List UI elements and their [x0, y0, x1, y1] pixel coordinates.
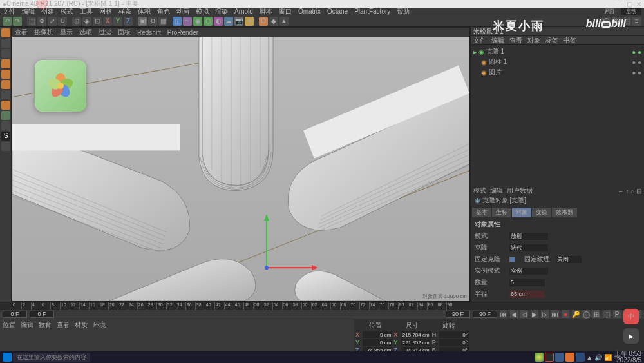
menu-edit[interactable]: 编辑: [22, 7, 35, 16]
generator-button[interactable]: ◉: [193, 17, 202, 26]
menu-spline[interactable]: 样条: [118, 7, 131, 16]
obj-menu-view[interactable]: 查看: [509, 36, 522, 45]
octane-button[interactable]: O: [259, 17, 268, 26]
tl-extra-4[interactable]: P: [613, 310, 621, 318]
menu-simulate[interactable]: 模拟: [196, 7, 209, 16]
record-button[interactable]: ●: [562, 310, 569, 318]
task-rec[interactable]: [545, 353, 554, 362]
menu-window[interactable]: 窗口: [279, 7, 292, 16]
play-back-button[interactable]: ◁: [520, 310, 528, 318]
light-button[interactable]: ☀: [245, 17, 254, 26]
deformer-button[interactable]: ◐: [214, 17, 223, 26]
rotate-tool[interactable]: ↻: [58, 17, 67, 26]
tool-2[interactable]: ◈: [82, 17, 91, 26]
view-menu-camera[interactable]: 摄像机: [34, 28, 53, 37]
task-ps[interactable]: [576, 353, 585, 362]
attr-nav-icon[interactable]: ← ↑ ⌂ ⊞: [618, 188, 641, 195]
object-name[interactable]: 克隆 1: [486, 47, 504, 56]
attr-menu-userdata[interactable]: 用户数据: [507, 186, 533, 195]
attr-input-clone[interactable]: [509, 244, 548, 251]
goto-end-button[interactable]: ⏭: [551, 310, 559, 318]
mat-menu-4[interactable]: 查看: [57, 320, 70, 329]
menu-plantfactory[interactable]: PlantFactory: [354, 8, 390, 15]
video-button[interactable]: ▶: [623, 328, 639, 344]
attr-input-mode[interactable]: [509, 233, 548, 240]
menu-tools[interactable]: 工具: [80, 7, 93, 16]
play-button[interactable]: ▶: [531, 310, 538, 318]
menu-script[interactable]: 脚本: [260, 7, 272, 16]
ime-button[interactable]: 中: [623, 309, 639, 324]
tl-extra-3[interactable]: ⬚: [603, 310, 611, 318]
point-mode[interactable]: [1, 59, 10, 68]
search-box[interactable]: 在这里输入你要搜索的内容: [13, 353, 90, 362]
xaxis-button[interactable]: X: [103, 17, 112, 26]
scale-tool[interactable]: ⤢: [48, 17, 57, 26]
menu-omatrix[interactable]: Omatrix: [298, 8, 321, 15]
mat-menu-3[interactable]: 数育: [39, 320, 52, 329]
tl-extra-1[interactable]: ◯: [582, 310, 590, 318]
tab-basic[interactable]: 基本: [472, 208, 491, 217]
menu-character[interactable]: 角色: [157, 7, 170, 16]
view-menu-view[interactable]: 查看: [15, 28, 28, 37]
spline-primitive[interactable]: ~: [183, 17, 192, 26]
camera-button[interactable]: 📷: [234, 17, 243, 26]
close-button[interactable]: ✕: [636, 1, 641, 8]
coord-h-rot[interactable]: [439, 331, 469, 338]
menu-mesh[interactable]: 网格: [99, 7, 112, 16]
undo-button[interactable]: ↶: [3, 17, 12, 26]
timeline-ruler[interactable]: 0246810121416182022242628303234363840424…: [0, 302, 644, 310]
obj-menu-bookmarks[interactable]: 书签: [564, 36, 576, 45]
autokey-button[interactable]: 🔑: [572, 310, 580, 318]
coord-p-rot[interactable]: [439, 339, 469, 346]
redo-button[interactable]: ↷: [13, 17, 22, 26]
lt-7[interactable]: [1, 90, 10, 99]
edge-mode[interactable]: [1, 70, 10, 79]
lt-12[interactable]: [1, 142, 10, 151]
render-settings-button[interactable]: ⚙: [148, 17, 157, 26]
poly-mode[interactable]: [1, 80, 10, 89]
lt-11[interactable]: S: [1, 132, 10, 141]
menu-help[interactable]: 帮助: [397, 7, 410, 16]
menu-arnold[interactable]: Arnold: [234, 8, 253, 15]
lt-9[interactable]: [1, 111, 10, 120]
view-menu-redshift[interactable]: Redshift: [137, 29, 161, 36]
viewport[interactable]: 查看 摄像机 显示 选项 过滤 面板 Redshift ProRender 默认…: [12, 27, 470, 302]
tab-effector[interactable]: 效果器: [552, 208, 577, 217]
tl-extra-2[interactable]: ⊞: [592, 310, 600, 318]
move-tool[interactable]: ✥: [37, 17, 46, 26]
mat-menu-5[interactable]: 材质: [75, 320, 88, 329]
menu-file[interactable]: 文件: [3, 7, 15, 16]
start-button[interactable]: [3, 353, 12, 362]
obj-menu-tags[interactable]: 标签: [545, 36, 558, 45]
tray-icons[interactable]: ▲ 🔊 📶: [586, 354, 611, 361]
object-name[interactable]: 圆柱 1: [489, 57, 507, 66]
object-tree[interactable]: ▸ ◉ 克隆 1 ● ● ◉ 圆柱 1 ● ● ◉ 圆片 ● ●: [471, 45, 644, 77]
object-name[interactable]: 圆片: [489, 68, 502, 77]
forge-button[interactable]: ⬡: [204, 17, 213, 26]
zaxis-button[interactable]: Z: [124, 17, 133, 26]
model-mode[interactable]: [1, 28, 10, 37]
menu-mode[interactable]: 模式: [61, 7, 73, 16]
tab-object[interactable]: 对象: [512, 208, 531, 217]
menu-render[interactable]: 渲染: [215, 7, 228, 16]
task-chrome[interactable]: [535, 353, 544, 362]
obj-menu-edit[interactable]: 编辑: [491, 36, 504, 45]
menu-animate[interactable]: 动画: [176, 7, 189, 16]
tool-3[interactable]: ⊡: [93, 17, 102, 26]
texture-mode[interactable]: [1, 49, 10, 58]
mat-menu-6[interactable]: 环境: [93, 320, 106, 329]
attr-check-fixclone[interactable]: [509, 257, 515, 262]
view-menu-prorender[interactable]: ProRender: [167, 29, 198, 36]
attr-menu-mode[interactable]: 模式: [473, 186, 486, 195]
yaxis-button[interactable]: Y: [113, 17, 122, 26]
object-mode[interactable]: [1, 39, 10, 48]
coord-y-size[interactable]: [401, 339, 431, 346]
view-menu-options[interactable]: 选项: [79, 28, 92, 37]
render-region-button[interactable]: ▦: [158, 17, 167, 26]
view-menu-display[interactable]: 显示: [60, 28, 73, 37]
attr-input-instance[interactable]: [509, 268, 548, 275]
select-tool[interactable]: ⬚: [27, 17, 36, 26]
attr-menu-edit[interactable]: 编辑: [490, 186, 503, 195]
mat-menu-1[interactable]: 位置: [3, 320, 15, 329]
next-frame-button[interactable]: ▷: [541, 310, 549, 318]
